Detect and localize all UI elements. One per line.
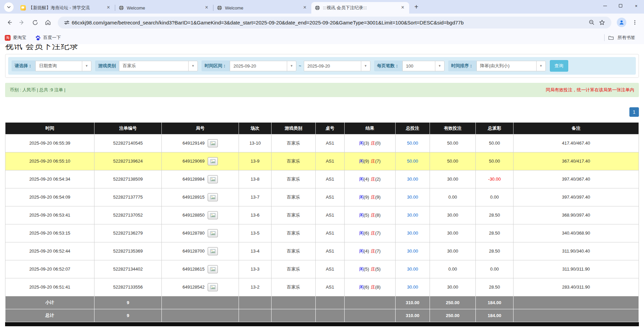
cell-valid-bet: 50.00 <box>430 134 476 152</box>
cell-total-bet[interactable]: 30.00 <box>396 188 430 206</box>
page-number-button[interactable]: 1 <box>629 107 639 117</box>
reload-button[interactable] <box>29 17 41 28</box>
cell-result: 闲(4)庄(2) <box>345 170 396 188</box>
browser-menu-button[interactable] <box>629 17 641 28</box>
cell-table-no: AS1 <box>316 224 345 242</box>
search-button[interactable]: 查询 <box>550 60 568 72</box>
result-player-score: (9) <box>364 195 369 200</box>
cell-total-bet[interactable]: 50.00 <box>396 134 430 152</box>
column-header: 有效投注 <box>430 123 476 134</box>
per-page-select[interactable]: 100 ▼ <box>402 61 445 71</box>
bookmark-baidu[interactable]: 百度一下 <box>35 35 61 41</box>
forward-button[interactable] <box>16 17 28 28</box>
cell-total-bet[interactable]: 30.00 <box>396 206 430 224</box>
view-result-image-button[interactable] <box>208 229 218 237</box>
table-row: 2025-09-20 06:54:09 522827137775 6491289… <box>5 188 639 206</box>
result-player-score: (5) <box>364 266 369 272</box>
site-settings-icon[interactable] <box>64 20 70 25</box>
view-result-image-button[interactable] <box>208 247 218 255</box>
result-player-score: (4) <box>364 249 369 254</box>
bookmark-star-icon[interactable] <box>599 19 605 26</box>
view-result-image-button[interactable] <box>208 157 218 165</box>
view-result-image-button[interactable] <box>208 139 218 147</box>
home-button[interactable] <box>42 17 54 28</box>
view-result-image-button[interactable] <box>208 175 218 183</box>
total-row: 总计9310.00250.00184.00 <box>5 309 639 322</box>
date-start-select[interactable]: 2025-09-20 ▼ <box>230 61 296 71</box>
window-maximize-button[interactable] <box>613 0 628 12</box>
summary-cell <box>239 309 272 322</box>
window-minimize-button[interactable] <box>597 0 613 12</box>
summary-cell <box>316 309 345 322</box>
tab-welcome-2[interactable]: Welcome × <box>213 2 311 14</box>
cell-total-bet[interactable]: 30.00 <box>396 242 430 260</box>
per-page-value: 100 <box>403 61 417 71</box>
summary-cell <box>162 296 239 309</box>
tab-close-icon[interactable]: × <box>302 5 308 11</box>
cell-total-bet[interactable]: 30.00 <box>396 260 430 278</box>
tab-bet-records-active[interactable]: :::视讯 会员下注纪录::: × <box>311 2 409 14</box>
date-end-select[interactable]: 2025-09-20 ▼ <box>304 61 370 71</box>
window-close-button[interactable]: × <box>628 0 644 12</box>
tab-search-button[interactable] <box>4 2 14 12</box>
tab-haiyan-forum[interactable]: 【新提醒】海燕论坛 - 博学交流 × <box>17 2 115 14</box>
cell-game-type: 百家乐 <box>272 170 316 188</box>
cell-game-type: 百家乐 <box>272 242 316 260</box>
chevron-down-icon[interactable]: ▼ <box>82 61 91 71</box>
sort-select[interactable]: 降幂(由大到小) ▼ <box>476 61 546 71</box>
cell-total-bet[interactable]: 30.00 <box>396 278 430 296</box>
zoom-level-icon[interactable] <box>589 19 595 25</box>
folder-icon <box>608 35 614 41</box>
tab-title: Welcome <box>127 5 201 11</box>
cell-round-id: 649129069 <box>162 152 239 170</box>
result-player-label: 闲 <box>359 249 364 254</box>
result-banker-score: (9) <box>375 195 381 200</box>
cell-bet-id: 522827138509 <box>94 170 162 188</box>
game-type-select[interactable]: 百家乐 ▼ <box>119 61 198 71</box>
round-id-text: 649129149 <box>182 141 205 146</box>
column-header: 备注 <box>514 123 639 134</box>
query-type-select[interactable]: 日期查询 ▼ <box>35 61 91 71</box>
cell-total-bet[interactable]: 50.00 <box>396 152 430 170</box>
cell-session: 13-7 <box>239 188 272 206</box>
url-text[interactable]: 66cxkj98.com/game/betrecord_search/kind3… <box>72 20 587 25</box>
tab-welcome-1[interactable]: Welcome × <box>115 2 213 14</box>
pagination: 1 <box>5 107 639 117</box>
profile-avatar[interactable] <box>617 18 626 27</box>
view-result-image-button[interactable] <box>208 193 218 201</box>
chevron-down-icon[interactable]: ▼ <box>435 61 444 71</box>
view-result-image-button[interactable] <box>208 265 218 273</box>
view-result-image-button[interactable] <box>208 283 218 291</box>
address-bar[interactable]: 66cxkj98.com/game/betrecord_search/kind3… <box>58 17 611 29</box>
result-banker-score: (8) <box>375 284 381 290</box>
tab-close-icon[interactable]: × <box>105 5 111 11</box>
new-tab-button[interactable]: + <box>412 3 421 11</box>
summary-cell: 184.00 <box>476 296 514 309</box>
cell-note: 397.40/367.40 <box>514 170 639 188</box>
cell-session: 13-8 <box>239 170 272 188</box>
chevron-down-icon[interactable]: ▼ <box>287 61 296 71</box>
bookmarks-divider <box>604 34 605 41</box>
cell-session: 13-9 <box>239 152 272 170</box>
all-bookmarks-button[interactable]: 所有书签 <box>617 35 639 41</box>
column-header: 游戏类别 <box>272 123 316 134</box>
cell-time: 2025-09-20 06:53:15 <box>5 224 94 242</box>
tab-close-icon[interactable]: × <box>400 5 406 11</box>
chevron-down-icon[interactable]: ▼ <box>188 61 197 71</box>
bookmark-taobao[interactable]: 淘 爱淘宝 <box>5 35 26 41</box>
image-icon <box>210 177 215 181</box>
tab-close-icon[interactable]: × <box>204 5 210 11</box>
cell-payout: 50.00 <box>476 152 514 170</box>
result-player-score: (4) <box>364 177 369 182</box>
image-icon <box>210 159 215 163</box>
cell-total-bet[interactable]: 30.00 <box>396 224 430 242</box>
cell-note: 367.40/417.40 <box>514 152 639 170</box>
chevron-down-icon[interactable]: ▼ <box>536 61 545 71</box>
cell-total-bet[interactable]: 30.00 <box>396 170 430 188</box>
back-button[interactable] <box>3 17 15 28</box>
view-result-image-button[interactable] <box>208 211 218 219</box>
chevron-down-icon[interactable]: ▼ <box>361 61 370 71</box>
column-header: 总投注 <box>396 123 430 134</box>
forum-favicon-icon <box>20 5 26 11</box>
cell-bet-id: 522827136279 <box>94 224 162 242</box>
